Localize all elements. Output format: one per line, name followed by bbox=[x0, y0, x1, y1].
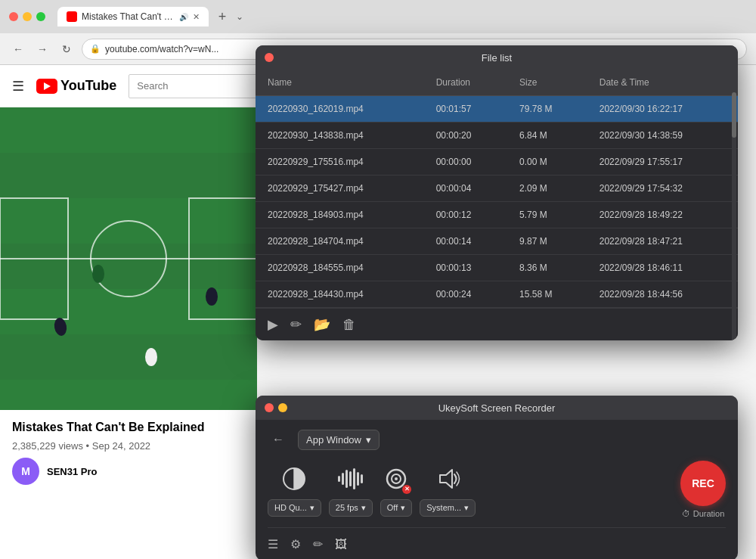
cell-size: 6.84 M bbox=[507, 123, 587, 149]
col-duration: Duration bbox=[424, 70, 507, 96]
svg-rect-1 bbox=[0, 107, 257, 153]
camera-control: ✕ Off ▾ bbox=[380, 463, 412, 517]
cell-size: 8.36 M bbox=[507, 255, 587, 281]
cell-size: 0.00 M bbox=[507, 149, 587, 175]
video-thumbnail[interactable] bbox=[0, 107, 257, 410]
tab-title: Mistakes That Can't Be Ex... bbox=[82, 11, 175, 22]
cell-duration: 00:00:24 bbox=[424, 281, 507, 308]
quality-dropdown-arrow: ▾ bbox=[310, 503, 314, 513]
browser-traffic-lights bbox=[9, 12, 45, 21]
file-actions-bar: ▶ ✏ 📂 🗑 bbox=[256, 308, 738, 340]
tab-bar: Mistakes That Can't Be Ex... 🔊 ✕ + ⌄ bbox=[51, 6, 249, 27]
cell-duration: 00:00:14 bbox=[424, 228, 507, 255]
settings-icon[interactable]: ⚙ bbox=[290, 537, 301, 551]
audio-icon bbox=[432, 463, 463, 495]
annotation-icon[interactable]: ✏ bbox=[313, 537, 323, 551]
file-list-table: Name Duration Size Date & Time 20220930_… bbox=[256, 70, 738, 308]
list-icon[interactable]: ☰ bbox=[268, 537, 278, 551]
table-header-row: Name Duration Size Date & Time bbox=[256, 70, 738, 96]
cell-datetime: 2022/09/28 18:49:22 bbox=[587, 202, 738, 228]
youtube-logo-text: YouTube bbox=[60, 78, 116, 94]
cell-name: 20220928_184430.mp4 bbox=[256, 281, 424, 308]
scrollbar[interactable] bbox=[732, 70, 736, 340]
file-list-scroll-area: Name Duration Size Date & Time 20220930_… bbox=[256, 70, 738, 308]
back-nav-button[interactable]: ← bbox=[9, 40, 27, 58]
rec-button[interactable]: REC bbox=[680, 461, 726, 506]
cell-datetime: 2022/09/28 18:44:56 bbox=[587, 281, 738, 308]
tab-close-button[interactable]: ✕ bbox=[193, 12, 200, 22]
svg-point-10 bbox=[145, 348, 157, 366]
tab-dropdown-button[interactable]: ⌄ bbox=[236, 11, 243, 22]
display-quality-icon bbox=[278, 463, 310, 495]
file-list-title: File list bbox=[482, 52, 512, 64]
screenshot-icon[interactable]: 🖼 bbox=[335, 538, 347, 551]
hamburger-icon[interactable]: ☰ bbox=[12, 78, 24, 95]
play-button[interactable]: ▶ bbox=[268, 316, 278, 333]
browser-titlebar: Mistakes That Can't Be Ex... 🔊 ✕ + ⌄ bbox=[0, 0, 756, 33]
cell-duration: 00:00:04 bbox=[424, 175, 507, 202]
svg-point-12 bbox=[92, 265, 104, 283]
svg-point-17 bbox=[395, 477, 398, 480]
cell-name: 20220928_184704.mp4 bbox=[256, 228, 424, 255]
folder-button[interactable]: 📂 bbox=[314, 316, 330, 333]
recorder-close-button[interactable] bbox=[265, 403, 274, 412]
close-button[interactable] bbox=[9, 12, 18, 21]
lock-icon: 🔒 bbox=[90, 44, 101, 54]
recorder-controls: HD Qu... ▾ bbox=[268, 461, 726, 518]
edit-button[interactable]: ✏ bbox=[290, 316, 302, 333]
table-row[interactable]: 20220928_184430.mp400:00:2415.58 M2022/0… bbox=[256, 281, 738, 308]
table-row[interactable]: 20220928_184555.mp400:00:138.36 M2022/09… bbox=[256, 255, 738, 281]
audio-label: System... bbox=[426, 503, 461, 512]
separator: • bbox=[86, 440, 92, 452]
cell-duration: 00:00:12 bbox=[424, 202, 507, 228]
tab-audio-icon: 🔊 bbox=[179, 13, 188, 21]
svg-point-11 bbox=[206, 287, 218, 306]
recorder-panel: UkeySoft Screen Recorder ← App Window ▾ bbox=[256, 396, 738, 559]
quality-label: HD Qu... bbox=[274, 503, 307, 512]
cell-name: 20220928_184555.mp4 bbox=[256, 255, 424, 281]
fps-label: 25 fps bbox=[336, 503, 358, 512]
cell-datetime: 2022/09/29 17:55:17 bbox=[587, 149, 738, 175]
rec-section: REC ⏱ Duration bbox=[680, 461, 726, 518]
table-row[interactable]: 20220929_175516.mp400:00:000.00 M2022/09… bbox=[256, 149, 738, 175]
channel-name: SEN31 Pro bbox=[47, 466, 97, 477]
table-row[interactable]: 20220930_143838.mp400:00:206.84 M2022/09… bbox=[256, 123, 738, 149]
table-row[interactable]: 20220930_162019.mp400:01:5779.78 M2022/0… bbox=[256, 96, 738, 123]
cell-size: 79.78 M bbox=[507, 96, 587, 123]
table-row[interactable]: 20220928_184903.mp400:00:125.79 M2022/09… bbox=[256, 202, 738, 228]
refresh-nav-button[interactable]: ↻ bbox=[57, 40, 76, 58]
fps-dropdown-arrow: ▾ bbox=[361, 503, 366, 513]
search-input[interactable] bbox=[129, 74, 257, 98]
panel-close-button[interactable] bbox=[265, 53, 274, 62]
duration-label: ⏱ Duration bbox=[682, 509, 725, 518]
camera-dropdown-arrow: ▾ bbox=[401, 503, 405, 513]
recorder-minimize-button[interactable] bbox=[278, 403, 287, 412]
recorder-top-row: ← App Window ▾ bbox=[268, 429, 726, 450]
camera-dropdown[interactable]: Off ▾ bbox=[380, 499, 412, 517]
camera-label: Off bbox=[387, 503, 398, 512]
upload-date: Sep 24, 2022 bbox=[92, 440, 150, 452]
video-info: Mistakes That Can't Be Explained 2,385,2… bbox=[0, 410, 257, 494]
new-tab-button[interactable]: + bbox=[212, 6, 233, 27]
url-text: youtube.com/watch?v=wN... bbox=[105, 44, 218, 54]
scrollbar-thumb[interactable] bbox=[732, 92, 736, 138]
recorder-back-button[interactable]: ← bbox=[268, 429, 289, 450]
browser-tab[interactable]: Mistakes That Can't Be Ex... 🔊 ✕ bbox=[57, 7, 209, 26]
forward-nav-button[interactable]: → bbox=[33, 40, 51, 58]
audio-control: System... ▾ bbox=[420, 463, 476, 517]
camera-off-indicator: ✕ bbox=[402, 485, 411, 494]
table-row[interactable]: 20220928_184704.mp400:00:149.87 M2022/09… bbox=[256, 228, 738, 255]
minimize-button[interactable] bbox=[23, 12, 32, 21]
maximize-button[interactable] bbox=[36, 12, 45, 21]
quality-dropdown[interactable]: HD Qu... ▾ bbox=[268, 499, 321, 517]
col-name: Name bbox=[256, 70, 424, 96]
youtube-page: ☰ YouTube bbox=[0, 65, 257, 559]
audio-dropdown[interactable]: System... ▾ bbox=[420, 499, 476, 517]
cell-datetime: 2022/09/30 14:38:59 bbox=[587, 123, 738, 149]
mode-dropdown[interactable]: App Window ▾ bbox=[298, 430, 380, 450]
file-list-titlebar: File list bbox=[256, 45, 738, 70]
table-row[interactable]: 20220929_175427.mp400:00:042.09 M2022/09… bbox=[256, 175, 738, 202]
delete-button[interactable]: 🗑 bbox=[342, 317, 356, 333]
cell-size: 5.79 M bbox=[507, 202, 587, 228]
fps-dropdown[interactable]: 25 fps ▾ bbox=[329, 499, 373, 517]
